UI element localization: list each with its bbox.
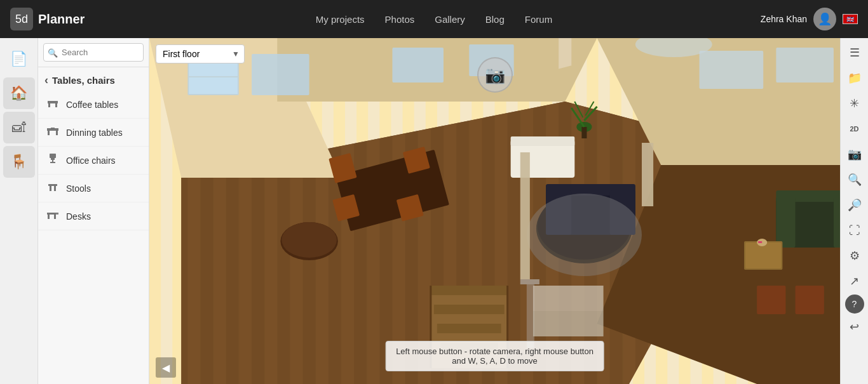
new-file-icon: 📄 bbox=[10, 51, 27, 67]
back-header[interactable]: ‹ Tables, chairs bbox=[38, 67, 149, 91]
sidebar-icons: 📄 🏠 🛋 🪑 bbox=[0, 38, 38, 384]
home-icon: 🏠 bbox=[10, 85, 27, 102]
nav-left-arrow-button[interactable]: ◀ bbox=[156, 357, 176, 378]
folder-button[interactable]: 📁 bbox=[843, 66, 867, 90]
svg-rect-61 bbox=[252, 54, 309, 95]
svg-rect-4 bbox=[48, 131, 50, 135]
folder-icon: 📁 bbox=[848, 71, 862, 85]
svg-rect-12 bbox=[50, 186, 51, 191]
svg-rect-57 bbox=[559, 38, 571, 69]
svg-rect-106 bbox=[757, 286, 785, 314]
logo-text: Planner bbox=[38, 12, 85, 27]
help-icon: ? bbox=[852, 299, 857, 309]
svg-rect-64 bbox=[700, 51, 764, 89]
screenshot-button[interactable]: 📷 bbox=[843, 142, 867, 166]
undo-icon: ↩ bbox=[850, 320, 859, 334]
home-button[interactable]: 🏠 bbox=[3, 77, 35, 109]
undo-button[interactable]: ↩ bbox=[843, 315, 867, 339]
svg-rect-16 bbox=[54, 215, 56, 219]
camera-button[interactable]: 📷 bbox=[477, 57, 513, 93]
main-layout: 📄 🏠 🛋 🪑 🔍 ‹ Tables, chairs bbox=[0, 38, 868, 384]
desks-icon bbox=[46, 209, 60, 223]
category-coffee-tables[interactable]: Coffee tables bbox=[38, 91, 149, 119]
back-arrow-icon: ‹ bbox=[44, 74, 48, 87]
zoom-icon: 🔍 bbox=[848, 173, 862, 187]
svg-rect-5 bbox=[56, 131, 58, 135]
category-dinning-tables[interactable]: Dinning tables bbox=[38, 119, 149, 147]
table-button[interactable]: 🪑 bbox=[3, 146, 35, 178]
svg-rect-108 bbox=[520, 152, 530, 279]
office-chairs-icon bbox=[46, 153, 60, 168]
share-icon: ↗ bbox=[850, 274, 859, 288]
search-bar: 🔍 bbox=[38, 38, 149, 67]
fullscreen-button[interactable]: ⛶ bbox=[843, 218, 867, 242]
nav-forum[interactable]: Forum bbox=[525, 14, 552, 25]
sofa-button[interactable]: 🛋 bbox=[3, 112, 35, 143]
share-button[interactable]: ↗ bbox=[843, 269, 867, 293]
dinning-tables-icon bbox=[46, 125, 60, 140]
viewport[interactable]: First floor Second floor Ground floor ▼ … bbox=[149, 38, 840, 384]
zoom-button[interactable]: 🔍 bbox=[843, 168, 867, 192]
svg-rect-60 bbox=[189, 77, 237, 94]
zoom2-button[interactable]: 🔎 bbox=[843, 193, 867, 217]
settings-button[interactable]: ⚙ bbox=[843, 244, 867, 268]
user-avatar[interactable]: 👤 bbox=[813, 8, 836, 30]
floor-dropdown[interactable]: First floor Second floor Ground floor bbox=[156, 44, 245, 63]
fullscreen-icon: ⛶ bbox=[849, 224, 860, 237]
svg-rect-115 bbox=[758, 241, 762, 243]
office-chairs-label: Office chairs bbox=[66, 156, 116, 166]
category-desks[interactable]: Desks bbox=[38, 202, 149, 230]
dinning-tables-label: Dinning tables bbox=[66, 128, 123, 138]
svg-rect-76 bbox=[431, 295, 508, 305]
svg-rect-79 bbox=[437, 324, 501, 333]
svg-rect-103 bbox=[834, 197, 840, 248]
svg-rect-113 bbox=[533, 311, 604, 336]
svg-rect-15 bbox=[48, 215, 50, 219]
new-file-button[interactable]: 📄 bbox=[3, 43, 35, 75]
zoom2-icon: 🔎 bbox=[848, 198, 862, 212]
logo-area: 5d Planner bbox=[10, 8, 85, 30]
svg-rect-17 bbox=[56, 213, 58, 215]
search-input[interactable] bbox=[43, 43, 144, 62]
category-office-chairs[interactable]: Office chairs bbox=[38, 147, 149, 175]
svg-rect-62 bbox=[392, 48, 444, 83]
nav-gallery[interactable]: Gallery bbox=[435, 14, 465, 25]
2d-button[interactable]: 2D bbox=[843, 117, 867, 141]
stools-label: Stools bbox=[66, 183, 91, 194]
nav-blog[interactable]: Blog bbox=[485, 14, 505, 25]
svg-rect-3 bbox=[47, 128, 58, 131]
category-list: Coffee tables Dinning tables Office chai… bbox=[38, 91, 149, 384]
sofa-icon: 🛋 bbox=[12, 119, 26, 136]
svg-rect-1 bbox=[48, 103, 50, 107]
svg-point-93 bbox=[527, 194, 642, 276]
svg-rect-110 bbox=[520, 279, 539, 284]
burst-icon: ✳ bbox=[850, 96, 859, 110]
table-icon: 🪑 bbox=[10, 154, 27, 170]
svg-rect-7 bbox=[50, 154, 56, 158]
user-area: Zehra Khan 👤 🇬🇧 bbox=[761, 8, 858, 30]
svg-rect-6 bbox=[51, 128, 55, 128]
coffee-tables-label: Coffee tables bbox=[66, 100, 118, 110]
svg-rect-112 bbox=[533, 286, 604, 311]
svg-rect-13 bbox=[54, 186, 56, 191]
right-sidebar: ☰ 📁 ✳ 2D 📷 🔍 🔎 ⛶ ⚙ ↗ ? bbox=[840, 38, 868, 384]
svg-rect-11 bbox=[48, 184, 57, 186]
svg-rect-109 bbox=[642, 143, 653, 206]
burst-button[interactable]: ✳ bbox=[843, 91, 867, 116]
tooltip-line1: Left mouse button - rotate camera, right… bbox=[396, 347, 593, 356]
svg-rect-95 bbox=[581, 127, 587, 138]
category-stools[interactable]: Stools bbox=[38, 175, 149, 202]
nav-my-projects[interactable]: My projects bbox=[316, 14, 365, 25]
2d-icon: 2D bbox=[850, 125, 858, 133]
svg-point-73 bbox=[281, 222, 337, 258]
settings-icon: ⚙ bbox=[850, 249, 860, 263]
logo-icon: 5d bbox=[10, 8, 33, 30]
svg-rect-78 bbox=[434, 314, 505, 324]
nav-photos[interactable]: Photos bbox=[385, 14, 415, 25]
help-button[interactable]: ? bbox=[845, 295, 864, 314]
nav-links: My projects Photos Gallery Blog Forum bbox=[316, 14, 552, 25]
menu-button[interactable]: ☰ bbox=[843, 41, 867, 65]
screenshot-icon: 📷 bbox=[848, 147, 862, 161]
svg-rect-19 bbox=[149, 38, 161, 384]
svg-rect-75 bbox=[431, 286, 508, 295]
